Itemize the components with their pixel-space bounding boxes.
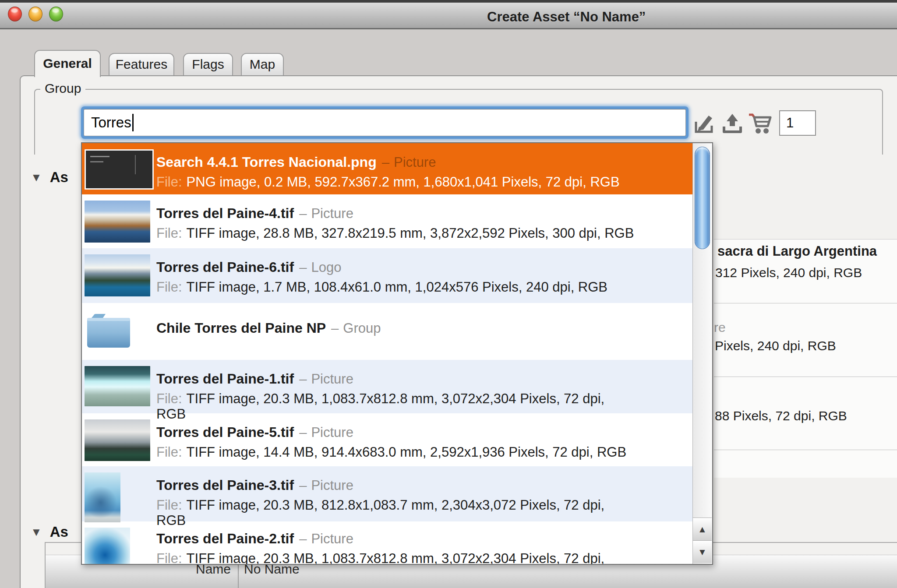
scroll-down-button[interactable]: ▼	[693, 540, 712, 563]
item-file-info: File:TIFF image, 14.4 MB, 914.4x683.0 mm…	[156, 444, 694, 460]
landscape-thumbnail	[85, 419, 150, 461]
assets-section-header: ▼ As	[31, 169, 68, 186]
item-type: Logo	[311, 260, 341, 275]
item-type: Picture	[311, 531, 353, 546]
background-item-title: sacra di Largo Argentina	[717, 243, 877, 259]
background-item-info: 88 Pixels, 72 dpi, RGB	[715, 408, 847, 423]
item-type: Picture	[311, 425, 353, 440]
list-item[interactable]: Torres del Paine-6.tif–Logo File:TIFF im…	[82, 248, 694, 303]
tab-map[interactable]: Map	[241, 53, 284, 75]
item-name: Torres del Paine-2.tif	[156, 531, 294, 546]
scrollbar-thumb[interactable]	[695, 147, 710, 249]
item-file-info: File:TIFF image, 20.3 MB, 812.8x1,083.7 …	[156, 497, 694, 513]
item-thumbnail	[85, 200, 156, 248]
item-file-info: File:TIFF image, 20.3 MB, 1,083.7x812.8 …	[156, 551, 694, 565]
search-input-value: Torres	[91, 114, 131, 131]
assets-section-label: As	[50, 524, 68, 540]
list-item[interactable]: Torres del Paine-5.tif–Picture File:TIFF…	[82, 413, 694, 466]
item-name: Torres del Paine-5.tif	[156, 424, 294, 440]
item-thumbnail	[85, 419, 156, 466]
ice-blob-thumbnail	[85, 528, 130, 565]
list-divider	[714, 450, 897, 450]
list-divider	[714, 377, 897, 377]
item-file-info: File:TIFF image, 1.7 MB, 108.4x61.0 mm, …	[156, 279, 694, 295]
item-name: Torres del Paine-4.tif	[156, 205, 294, 221]
item-thumbnail	[85, 148, 156, 194]
item-name: Chile Torres del Paine NP	[156, 320, 326, 336]
ice-thumbnail	[85, 472, 120, 522]
assets-section-label: As	[50, 169, 68, 186]
disclosure-triangle-icon[interactable]: ▼	[31, 525, 42, 539]
background-item-info: 312 Pixels, 240 dpi, RGB	[715, 265, 862, 280]
item-file-info: File:TIFF image, 20.3 MB, 1,083.7x812.8 …	[156, 391, 694, 406]
item-file-info: File:PNG image, 0.2 MB, 592.7x367.2 mm, …	[156, 174, 694, 190]
item-thumbnail	[85, 365, 156, 413]
cart-icon[interactable]	[747, 112, 773, 137]
item-name: Torres del Paine-6.tif	[156, 259, 294, 275]
group-search-input[interactable]: Torres	[81, 106, 689, 139]
background-item-type-fragment: re	[714, 320, 726, 335]
item-type: Picture	[394, 155, 436, 170]
item-thumbnail	[85, 527, 156, 565]
item-thumbnail	[85, 254, 156, 303]
list-item[interactable]: Torres del Paine-4.tif–Picture File:TIFF…	[82, 194, 694, 248]
landscape-thumbnail	[85, 201, 150, 243]
list-item[interactable]: Torres del Paine-3.tif–Picture File:TIFF…	[82, 466, 694, 521]
title-bar[interactable]: Create Asset “No Name”	[0, 3, 897, 29]
item-title: Chile Torres del Paine NP–Group	[156, 320, 694, 339]
item-type: Picture	[311, 478, 353, 493]
close-button[interactable]	[8, 7, 22, 21]
minimize-button[interactable]	[28, 7, 42, 21]
item-title: Torres del Paine-6.tif–Logo	[156, 259, 694, 278]
background-item-info: Pixels, 240 dpi, RGB	[715, 338, 836, 353]
item-title: Torres del Paine-2.tif–Picture	[156, 530, 694, 549]
item-name: Torres del Paine-1.tif	[156, 371, 294, 387]
item-type: Picture	[311, 206, 353, 221]
tab-general[interactable]: General	[34, 50, 101, 77]
edit-icon[interactable]	[694, 112, 715, 137]
item-thumbnail	[85, 472, 156, 521]
item-title: Torres del Paine-4.tif–Picture	[156, 205, 694, 224]
window-title: Create Asset “No Name”	[487, 9, 646, 25]
item-name: Torres del Paine-3.tif	[156, 477, 294, 493]
create-asset-window: Create Asset “No Name” General Features …	[0, 0, 897, 588]
disclosure-triangle-icon[interactable]: ▼	[31, 171, 42, 184]
item-name: Search 4.4.1 Torres Nacional.png	[156, 154, 377, 170]
tab-flags[interactable]: Flags	[183, 53, 233, 75]
scroll-up-button[interactable]: ▲	[693, 518, 712, 540]
landscape-thumbnail	[85, 254, 150, 296]
zoom-button[interactable]	[49, 7, 63, 21]
list-item[interactable]: Chile Torres del Paine NP–Group	[82, 303, 694, 360]
list-item-selected[interactable]: Search 4.4.1 Torres Nacional.png–Picture…	[82, 143, 694, 194]
list-divider	[714, 303, 897, 303]
item-file-info: File:TIFF image, 28.8 MB, 327.8x219.5 mm…	[156, 225, 694, 241]
item-title: Torres del Paine-1.tif–Picture	[156, 370, 694, 390]
dropdown-scrollbar[interactable]: ▲ ▼	[692, 143, 712, 564]
item-type: Group	[343, 320, 381, 336]
search-results-dropdown: Search 4.4.1 Torres Nacional.png–Picture…	[81, 142, 713, 565]
group-fieldset-label: Group	[40, 81, 85, 96]
item-thumbnail	[85, 308, 156, 360]
item-title: Torres del Paine-3.tif–Picture	[156, 477, 694, 496]
item-title: Torres del Paine-5.tif–Picture	[156, 424, 694, 443]
item-type: Picture	[311, 371, 353, 387]
list-item[interactable]: Torres del Paine-2.tif–Picture File:TIFF…	[82, 521, 694, 565]
assets-section-header: ▼ As	[31, 524, 68, 540]
count-field[interactable]: 1	[779, 110, 816, 136]
text-caret	[132, 114, 134, 131]
item-title: Search 4.4.1 Torres Nacional.png–Picture	[156, 154, 694, 173]
list-item[interactable]: Torres del Paine-1.tif–Picture File:TIFF…	[82, 360, 694, 413]
upload-icon[interactable]	[722, 113, 743, 137]
glacier-thumbnail	[85, 366, 150, 406]
folder-icon	[85, 311, 132, 349]
tab-features[interactable]: Features	[109, 53, 174, 75]
screenshot-thumbnail	[85, 149, 154, 190]
